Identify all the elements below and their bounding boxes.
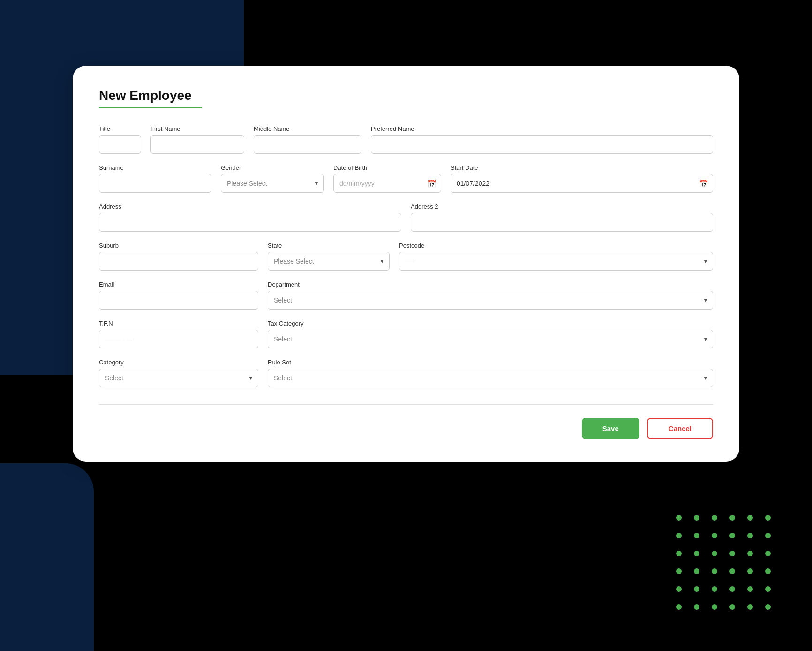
middle-name-group: Middle Name <box>254 125 361 154</box>
form-row-address: Address Address 2 <box>99 203 713 232</box>
first-name-label: First Name <box>150 125 244 132</box>
tax-category-group: Tax Category Select ▼ <box>268 320 713 348</box>
ruleset-select[interactable]: Select <box>268 369 713 387</box>
surname-input[interactable] <box>99 174 211 193</box>
title-input[interactable] <box>99 135 141 154</box>
category-select-wrapper: Select ▼ <box>99 369 258 387</box>
start-date-input[interactable] <box>451 174 713 193</box>
middle-name-input[interactable] <box>254 135 361 154</box>
address2-group: Address 2 <box>411 203 713 232</box>
form-row-location: Suburb State Please Select NSW VIC QLD W… <box>99 242 713 271</box>
category-select[interactable]: Select <box>99 369 258 387</box>
bg-shape-bottomleft <box>0 463 94 651</box>
form-card: New Employee Title First Name Middle Nam… <box>73 66 739 462</box>
page-title: New Employee <box>99 88 713 103</box>
category-group: Category Select ▼ <box>99 359 258 387</box>
tfn-label: T.F.N <box>99 320 258 327</box>
gender-select[interactable]: Please Select Male Female Other <box>221 174 324 193</box>
postcode-select-wrapper: —– ▼ <box>399 252 713 271</box>
first-name-group: First Name <box>150 125 244 154</box>
form-row-personal: Surname Gender Please Select Male Female… <box>99 164 713 193</box>
tax-category-select-wrapper: Select ▼ <box>268 330 713 348</box>
start-date-label: Start Date <box>451 164 713 171</box>
email-input[interactable] <box>99 291 258 310</box>
suburb-label: Suburb <box>99 242 258 249</box>
gender-select-wrapper: Please Select Male Female Other ▼ <box>221 174 324 193</box>
dob-label: Date of Birth <box>333 164 441 171</box>
preferred-name-input[interactable] <box>371 135 713 154</box>
ruleset-label: Rule Set <box>268 359 713 366</box>
start-date-wrapper: 📅 <box>451 174 713 193</box>
first-name-input[interactable] <box>150 135 244 154</box>
state-label: State <box>268 242 390 249</box>
department-group: Department Select ▼ <box>268 281 713 310</box>
preferred-name-group: Preferred Name <box>371 125 713 154</box>
title-underline <box>99 107 202 108</box>
form-divider <box>99 404 713 405</box>
email-label: Email <box>99 281 258 288</box>
dots-decoration <box>676 515 774 613</box>
surname-group: Surname <box>99 164 211 193</box>
address-label: Address <box>99 203 401 210</box>
tfn-group: T.F.N <box>99 320 258 348</box>
form-row-category-ruleset: Category Select ▼ Rule Set Select ▼ <box>99 359 713 387</box>
state-select-wrapper: Please Select NSW VIC QLD WA SA TAS ACT … <box>268 252 390 271</box>
preferred-name-label: Preferred Name <box>371 125 713 132</box>
ruleset-group: Rule Set Select ▼ <box>268 359 713 387</box>
form-row-email-dept: Email Department Select ▼ <box>99 281 713 310</box>
save-button[interactable]: Save <box>582 418 639 439</box>
state-group: State Please Select NSW VIC QLD WA SA TA… <box>268 242 390 271</box>
gender-label: Gender <box>221 164 324 171</box>
category-label: Category <box>99 359 258 366</box>
form-row-name: Title First Name Middle Name Preferred N… <box>99 125 713 154</box>
tax-category-select[interactable]: Select <box>268 330 713 348</box>
postcode-label: Postcode <box>399 242 713 249</box>
cancel-button[interactable]: Cancel <box>647 418 713 439</box>
address-input[interactable] <box>99 213 401 232</box>
start-date-group: Start Date 📅 <box>451 164 713 193</box>
suburb-group: Suburb <box>99 242 258 271</box>
department-select-wrapper: Select ▼ <box>268 291 713 310</box>
suburb-input[interactable] <box>99 252 258 271</box>
department-label: Department <box>268 281 713 288</box>
title-label: Title <box>99 125 141 132</box>
gender-group: Gender Please Select Male Female Other ▼ <box>221 164 324 193</box>
dob-group: Date of Birth 📅 <box>333 164 441 193</box>
surname-label: Surname <box>99 164 211 171</box>
state-select[interactable]: Please Select NSW VIC QLD WA SA TAS ACT … <box>268 252 390 271</box>
title-group: Title <box>99 125 141 154</box>
form-row-tfn-tax: T.F.N Tax Category Select ▼ <box>99 320 713 348</box>
tax-category-label: Tax Category <box>268 320 713 327</box>
employee-form: Title First Name Middle Name Preferred N… <box>99 125 713 387</box>
postcode-select[interactable]: —– <box>399 252 713 271</box>
department-select[interactable]: Select <box>268 291 713 310</box>
address-group: Address <box>99 203 401 232</box>
postcode-group: Postcode —– ▼ <box>399 242 713 271</box>
dob-date-wrapper: 📅 <box>333 174 441 193</box>
email-group: Email <box>99 281 258 310</box>
ruleset-select-wrapper: Select ▼ <box>268 369 713 387</box>
address2-label: Address 2 <box>411 203 713 210</box>
tfn-input[interactable] <box>99 330 258 348</box>
address2-input[interactable] <box>411 213 713 232</box>
dob-input[interactable] <box>333 174 441 193</box>
form-actions: Save Cancel <box>99 418 713 439</box>
middle-name-label: Middle Name <box>254 125 361 132</box>
